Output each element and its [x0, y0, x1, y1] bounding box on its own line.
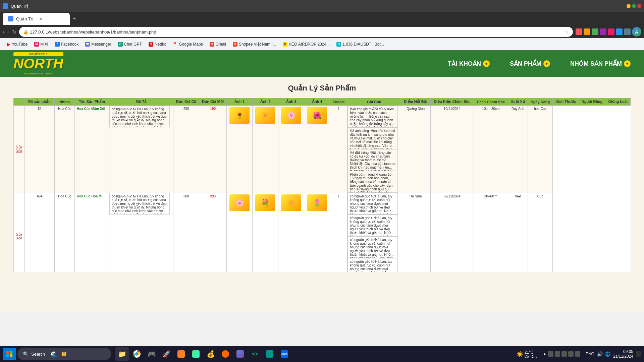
nav-accounts-arrow: ▼ [483, 60, 490, 67]
nav-product-groups[interactable]: NHÓM SẢN PHẨM ▼ [570, 60, 631, 67]
tab-close-button[interactable]: ✕ [39, 16, 43, 21]
nav-product-groups-arrow: ▼ [624, 60, 631, 67]
bookmark-shopee[interactable]: S Shopee Việt Nam |... [230, 41, 279, 48]
logo-area: COMESSTIC NORTH FLOWERS & TREE [13, 52, 63, 75]
taskbar-app-blue[interactable] [233, 347, 247, 361]
close-button[interactable] [637, 4, 641, 8]
th-id: Mã sản phẩm [24, 98, 54, 106]
tray-icon-5[interactable] [575, 351, 580, 357]
minimize-button[interactable] [627, 4, 631, 8]
nav-accounts[interactable]: TÀI KHOẢN ▼ [448, 60, 490, 67]
show-desktop-button[interactable] [636, 351, 641, 357]
svg-rect-0 [6, 351, 9, 354]
bookmark-maps[interactable]: 📍 Google Maps [170, 41, 205, 48]
start-button[interactable] [3, 348, 16, 360]
weather-widget: ☀️ 21°C Có nắng [517, 350, 537, 358]
row-group: Hoa Cúc [55, 193, 75, 272]
logo-badge: COMESSTIC [13, 52, 63, 56]
clock[interactable]: 09:05 21/11/2024 [613, 349, 633, 359]
main-nav: TÀI KHOẢN ▼ SẢN PHẨM ▼ NHÓM SẢN PHẨM ▼ [448, 60, 631, 67]
row-img3: 🌼 [278, 193, 304, 272]
app-blue-icon [236, 350, 244, 358]
bookmark-gmail-label: Gmail [216, 42, 226, 47]
maximize-button[interactable] [632, 4, 636, 8]
edit-link[interactable]: Sửa [16, 145, 22, 149]
window-controls [627, 4, 641, 8]
back-button[interactable]: ‹ [3, 28, 5, 36]
forward-button[interactable]: › [7, 28, 9, 36]
bookmark-dia-label: 1.036 DIAUSDT | Bot... [342, 42, 384, 47]
th-img2: Ảnh 2 [253, 98, 278, 106]
taskbar-app-chrome[interactable] [130, 347, 144, 361]
keyboard-language[interactable]: ENG [586, 352, 594, 356]
taskbar-app-zalo[interactable]: Zalo [278, 347, 291, 361]
bookmark-facebook[interactable]: f Facebook [52, 41, 82, 48]
row-origin: Quảng Ninh [401, 106, 430, 193]
row-enable: 1 [330, 106, 347, 193]
taskbar-app-wallet[interactable]: 💰 [204, 347, 217, 361]
row-img4: 🌷 [304, 193, 330, 272]
taskbar-app-rocket[interactable]: 🚀 [160, 347, 173, 361]
bookmark-youtube[interactable]: ▶ YouTube [4, 40, 30, 48]
wallet-icon: 💰 [207, 350, 215, 358]
toolbar-icon-1[interactable] [576, 28, 582, 35]
toolbar-icon-2[interactable] [584, 28, 590, 35]
toolbar-icon-3[interactable] [592, 28, 598, 35]
weather-temp: 21°C [525, 350, 537, 355]
row-img1: 🌻 [227, 106, 253, 193]
taskbar-app-teal[interactable] [263, 347, 276, 361]
audio-network-battery: 🔊 🌐 [597, 351, 610, 357]
maps-icon: 📍 [172, 42, 177, 47]
taskbar-app-game[interactable]: 🎮 [145, 347, 158, 361]
taskbar-app-6[interactable] [189, 347, 203, 361]
extensions-icon[interactable] [624, 28, 631, 35]
taskbar-search-label: Search [31, 352, 45, 357]
bookmark-mixi[interactable]: M MiXi [32, 41, 51, 48]
profile-avatar[interactable]: A [632, 27, 641, 37]
tab-title: Quản Trị [11, 4, 28, 9]
toolbar-icon-5[interactable] [608, 28, 614, 35]
taskbar-app-5[interactable] [174, 347, 188, 361]
th-group: Nhóm [55, 98, 75, 106]
bookmark-gmail[interactable]: G Gmail [207, 41, 229, 48]
toolbar-icon-6[interactable] [616, 28, 623, 35]
bookmark-netflix[interactable]: N Netflix [146, 41, 168, 48]
tray-icon-1[interactable] [548, 351, 553, 357]
taskbar-app-orange[interactable] [219, 347, 232, 361]
delete-link[interactable]: Xóa [16, 236, 22, 240]
row-name: Hoa Cúc Mâm Xôi [75, 106, 109, 193]
taskbar-app-dev[interactable]: </> [248, 347, 262, 361]
row-highlights: có nguồn gốc từ Hà Lan, tuy không quá rự… [347, 215, 398, 236]
address-bar[interactable]: 🔒 127.0.0.1/websitebanhoa/websitebanhoa/… [19, 27, 573, 37]
bookmark-chatgpt[interactable]: G Chat GPT [115, 41, 145, 48]
tray-icon-4[interactable] [568, 351, 574, 357]
network-icon[interactable]: 🌐 [605, 351, 610, 357]
delete-link[interactable]: Xóa [16, 149, 22, 153]
bookmark-mixi-label: MiXi [40, 42, 48, 47]
product-table-wrapper[interactable]: Mã sản phẩm Nhóm Tên Sản Phẩm Mô Tả Đơn … [13, 98, 631, 272]
edit-link[interactable]: Sửa [16, 233, 22, 236]
tray-icon-2[interactable] [555, 351, 560, 357]
nav-products[interactable]: SẢN PHẨM ▼ [510, 60, 550, 67]
row-actions: Sửa Xóa [14, 193, 25, 272]
bookmark-star-icon[interactable]: ☆ [565, 29, 569, 35]
url-display: 127.0.0.1/websitebanhoa/websitebanhoa/1/… [30, 29, 565, 35]
active-tab[interactable]: Quản Trị ✕ [3, 13, 70, 25]
toolbar-icon-4[interactable] [600, 28, 606, 35]
tray-icon-3[interactable] [561, 351, 567, 357]
th-highlights: Điểm Nổi Bật [401, 98, 430, 106]
taskbar-search-bar[interactable]: 🔍 Search 🌊 🐱 [17, 348, 111, 360]
row-actions: Sửa Xóa [14, 106, 25, 193]
app5-icon [177, 350, 185, 358]
bookmark-dia[interactable]: D 1.036 DIAUSDT | Bot... [334, 41, 387, 48]
bookmark-airdrop[interactable]: K KÉO AIRDROP 2024... [280, 41, 333, 48]
taskbar-app-explorer[interactable]: 📁 [115, 347, 129, 361]
new-tab-button[interactable]: + [72, 15, 76, 22]
volume-icon[interactable]: 🔊 [597, 351, 603, 357]
bookmark-messenger[interactable]: 💬 Messenger [83, 41, 114, 48]
dev-icon: </> [251, 350, 259, 358]
mixi-icon: M [34, 42, 39, 47]
reload-button[interactable]: ↻ [12, 29, 16, 35]
main-content: Quản Lý Sản Phẩm Mã sản phẩm Nhóm Tên Sả… [0, 77, 644, 312]
windows-logo-icon [6, 351, 13, 357]
